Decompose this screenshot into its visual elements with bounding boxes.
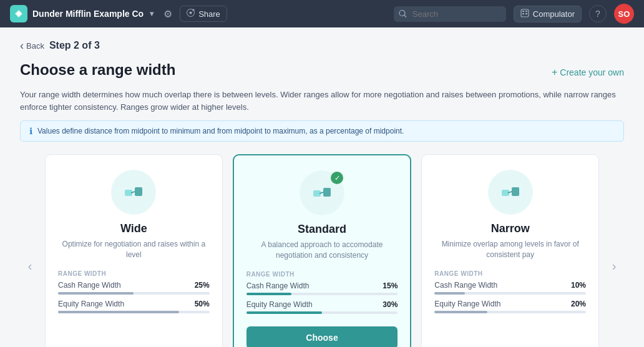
standard-equity-bar — [246, 311, 322, 314]
compulator-button[interactable]: Compulator — [514, 6, 582, 22]
info-text: Values define distance from midpoint to … — [37, 127, 404, 135]
standard-range-label: RANGE WIDTH — [246, 271, 295, 278]
narrow-range-label: RANGE WIDTH — [434, 270, 482, 277]
svg-rect-6 — [522, 11, 524, 12]
svg-rect-8 — [522, 13, 524, 14]
chevron-left-icon: ‹ — [28, 259, 32, 273]
svg-point-3 — [399, 11, 405, 16]
standard-cash-bar — [246, 293, 292, 295]
share-button[interactable]: Share — [180, 6, 227, 22]
standard-card[interactable]: ✓ Standard A balanced approach to accomo… — [233, 154, 412, 347]
chevron-right-icon: › — [612, 259, 617, 273]
narrow-cash-bar — [434, 292, 465, 295]
narrow-equity-label: Equity Range Width — [434, 300, 500, 308]
brand-icon — [10, 5, 27, 22]
svg-rect-5 — [521, 9, 529, 17]
back-arrow-icon: ‹ — [20, 40, 24, 51]
narrow-equity-bar — [434, 311, 487, 313]
narrow-card-icon-wrap — [488, 170, 533, 215]
wide-equity-bar-wrap — [58, 311, 210, 313]
page-content: ‹ Back Step 2 of 3 Choose a range width … — [0, 27, 644, 347]
standard-icon — [311, 182, 333, 204]
create-own-button[interactable]: + Create your own — [552, 67, 624, 78]
compulator-label: Compulator — [533, 9, 575, 19]
back-label: Back — [26, 41, 44, 51]
svg-rect-13 — [323, 188, 331, 197]
wide-card[interactable]: Wide Optimize for negotiation and raises… — [45, 154, 223, 347]
search-input[interactable] — [394, 6, 506, 22]
standard-cash-row: Cash Range Width 15% — [246, 281, 398, 290]
wide-cash-row: Cash Range Width 25% — [58, 281, 210, 290]
svg-point-2 — [190, 12, 192, 14]
wide-equity-value: 50% — [195, 300, 210, 308]
svg-rect-11 — [135, 187, 142, 196]
search-wrap — [394, 6, 506, 22]
svg-line-4 — [404, 16, 406, 17]
standard-equity-value: 30% — [383, 300, 398, 309]
page-description: Your range width determines how much ove… — [20, 89, 624, 113]
narrow-equity-row: Equity Range Width 20% — [434, 300, 586, 308]
wide-cash-label: Cash Range Width — [58, 281, 121, 290]
standard-cash-label: Cash Range Width — [246, 281, 310, 290]
step-label: Step 2 of 3 — [49, 40, 100, 51]
back-button[interactable]: ‹ Back — [20, 40, 44, 51]
next-card-button[interactable]: › — [604, 154, 624, 347]
wide-cash-bar — [58, 292, 134, 295]
narrow-icon — [499, 181, 522, 203]
narrow-equity-bar-wrap — [434, 311, 586, 313]
wide-equity-bar — [58, 311, 179, 313]
compulator-icon — [520, 9, 529, 19]
avatar-initials: SO — [618, 9, 630, 19]
user-avatar[interactable]: SO — [614, 4, 634, 24]
cards-row: ‹ Wide Optimize for negotiation and rais… — [20, 154, 624, 347]
standard-card-title: Standard — [298, 223, 346, 236]
standard-equity-row: Equity Range Width 30% — [246, 300, 398, 309]
brand-chevron-icon: ▾ — [150, 9, 154, 18]
svg-point-0 — [17, 12, 21, 16]
standard-equity-label: Equity Range Width — [246, 300, 313, 309]
wide-equity-label: Equity Range Width — [58, 300, 124, 308]
breadcrumb: ‹ Back Step 2 of 3 — [20, 40, 624, 51]
brand-name: Dunder Mifflin Example Co — [32, 9, 144, 19]
create-own-label: Create your own — [560, 67, 624, 77]
wide-equity-row: Equity Range Width 50% — [58, 300, 210, 308]
wide-cash-value: 25% — [195, 281, 210, 290]
narrow-cash-value: 10% — [571, 281, 586, 290]
standard-cash-value: 15% — [383, 281, 398, 290]
svg-rect-9 — [525, 13, 527, 14]
narrow-card[interactable]: Narrow Minimize overlap among levels in … — [421, 154, 599, 347]
wide-card-title: Wide — [120, 222, 147, 235]
info-icon: ℹ — [29, 126, 32, 136]
wide-cash-bar-wrap — [58, 292, 210, 295]
wide-card-icon-wrap — [111, 170, 156, 215]
svg-rect-15 — [512, 187, 519, 196]
choose-button[interactable]: Choose — [246, 326, 398, 347]
standard-card-icon-wrap: ✓ — [300, 170, 344, 215]
standard-card-desc: A balanced approach to accomodate negoti… — [246, 240, 398, 261]
wide-card-desc: Optimize for negotiation and raises with… — [58, 239, 210, 260]
standard-cash-bar-wrap — [246, 293, 398, 295]
prev-card-button[interactable]: ‹ — [20, 154, 40, 347]
selected-check-icon: ✓ — [331, 172, 343, 184]
wide-icon — [122, 181, 145, 203]
info-banner: ℹ Values define distance from midpoint t… — [20, 120, 624, 142]
share-icon — [187, 9, 195, 19]
narrow-card-desc: Minimize overlap among levels in favor o… — [434, 239, 586, 260]
standard-equity-bar-wrap — [246, 311, 398, 314]
narrow-card-title: Narrow — [491, 222, 530, 235]
wide-range-label: RANGE WIDTH — [58, 270, 106, 277]
settings-gear-icon[interactable]: ⚙ — [163, 8, 172, 20]
narrow-cash-label: Cash Range Width — [434, 281, 497, 290]
top-navigation: Dunder Mifflin Example Co ▾ ⚙ Share — [0, 0, 644, 27]
narrow-cash-row: Cash Range Width 10% — [434, 281, 586, 290]
page-title: Choose a range width — [20, 61, 175, 79]
help-button[interactable]: ? — [589, 5, 607, 22]
brand-logo[interactable]: Dunder Mifflin Example Co ▾ — [10, 5, 154, 22]
share-label: Share — [198, 9, 220, 19]
svg-rect-7 — [525, 11, 527, 12]
narrow-equity-value: 20% — [571, 300, 586, 308]
narrow-cash-bar-wrap — [434, 292, 586, 295]
help-icon: ? — [595, 9, 600, 19]
plus-icon: + — [552, 67, 557, 78]
page-title-row: Choose a range width + Create your own — [20, 61, 624, 84]
